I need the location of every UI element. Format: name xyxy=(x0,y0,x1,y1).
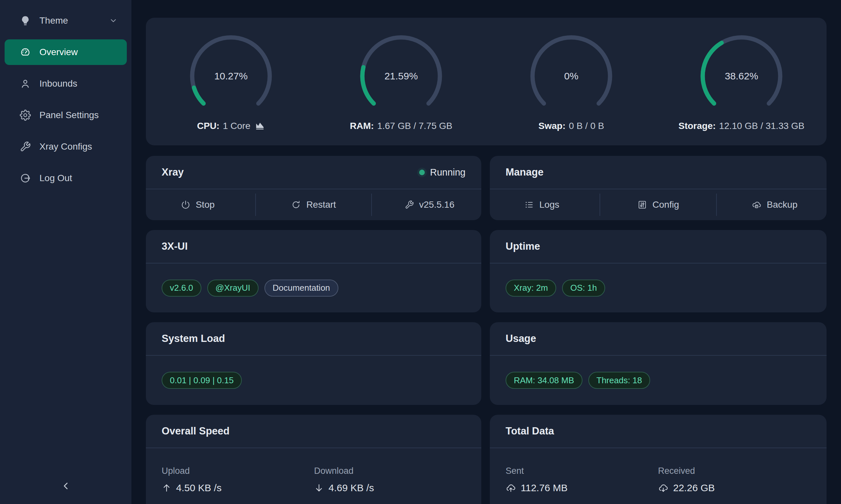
sidebar-item-panel-settings[interactable]: Panel Settings xyxy=(5,102,127,128)
action-label: Config xyxy=(652,199,679,210)
gauge-label-key: Storage: xyxy=(679,120,716,132)
uptime-card: Uptime Xray: 2m OS: 1h xyxy=(490,230,826,312)
xui-card: 3X-UI v2.6.0 @XrayUI Documentation xyxy=(146,230,481,312)
main-content: 10.27% CPU:1 Core xyxy=(132,0,841,504)
storage-gauge: 38.62% Storage:12.10 GB / 31.33 GB xyxy=(656,18,826,145)
stat-value: 22.26 GB xyxy=(673,482,715,493)
total-data-card: Total Data Sent 112.76 MB xyxy=(490,415,826,504)
received-stat: Received 22.26 GB xyxy=(658,465,811,493)
gauge-label-key: RAM: xyxy=(350,120,374,132)
action-label: Stop xyxy=(196,199,215,210)
gauge-label-value: 1.67 GB / 7.75 GB xyxy=(377,120,452,132)
card-header: System Load xyxy=(146,322,481,356)
threads-tag: Threads: 18 xyxy=(588,372,650,389)
sidebar-item-label: Log Out xyxy=(39,173,72,183)
sidebar-item-theme[interactable]: Theme xyxy=(5,8,127,34)
gauge-label: RAM:1.67 GB / 7.75 GB xyxy=(350,120,452,132)
os-uptime-tag: OS: 1h xyxy=(562,280,605,296)
documentation-link-tag[interactable]: Documentation xyxy=(264,280,338,296)
status-dot-icon xyxy=(419,169,425,175)
gauge-label-value: 0 B / 0 B xyxy=(569,120,604,132)
card-title: System Load xyxy=(161,333,225,344)
xrayui-link-tag[interactable]: @XrayUI xyxy=(207,280,259,296)
action-label: v25.5.16 xyxy=(419,199,454,210)
version-tag[interactable]: v2.6.0 xyxy=(161,280,201,296)
gauge-label-key: Swap: xyxy=(538,120,565,132)
sidebar-item-log-out[interactable]: Log Out xyxy=(5,165,127,191)
stat-label: Download xyxy=(314,465,465,476)
user-icon xyxy=(20,78,31,89)
stop-button[interactable]: Stop xyxy=(146,199,250,210)
sidebar-collapse-button[interactable] xyxy=(55,476,76,497)
logs-button[interactable]: Logs xyxy=(490,199,594,210)
ram-gauge: 21.59% RAM:1.67 GB / 7.75 GB xyxy=(316,18,486,145)
swap-gauge: 0% Swap:0 B / 0 B xyxy=(486,18,656,145)
card-header: Total Data xyxy=(490,415,826,448)
app-root: Theme Overview Inbounds xyxy=(0,0,841,504)
sidebar-item-label: Theme xyxy=(39,15,68,26)
xray-version-button[interactable]: v25.5.16 xyxy=(378,199,481,210)
sidebar-item-inbounds[interactable]: Inbounds xyxy=(5,71,127,96)
stat-label: Received xyxy=(658,465,811,476)
upload-stat: Upload 4.50 KB /s xyxy=(161,465,314,493)
arrow-up-icon xyxy=(161,483,171,493)
gauge-label: CPU:1 Core xyxy=(197,120,265,132)
card-title: Total Data xyxy=(505,425,554,437)
gauge-percent: 21.59% xyxy=(358,34,444,119)
list-icon xyxy=(524,200,534,210)
card-header: Overall Speed xyxy=(146,415,481,448)
system-load-card: System Load 0.01 | 0.09 | 0.15 xyxy=(146,322,481,405)
ram-usage-tag: RAM: 34.08 MB xyxy=(505,372,582,389)
card-header: Xray Running xyxy=(146,156,481,189)
stat-label: Sent xyxy=(505,465,658,476)
area-chart-icon[interactable] xyxy=(255,121,265,131)
divider xyxy=(600,194,600,216)
card-header: Usage xyxy=(490,322,826,356)
cloud-server-icon xyxy=(752,200,761,210)
stat-value: 4.69 KB /s xyxy=(328,482,374,493)
chevron-left-icon xyxy=(60,480,71,492)
cloud-upload-icon xyxy=(505,483,516,493)
divider xyxy=(371,194,372,216)
sidebar-item-label: Overview xyxy=(39,47,78,57)
card-header: 3X-UI xyxy=(146,230,481,264)
sidebar-item-overview[interactable]: Overview xyxy=(5,39,127,65)
backup-button[interactable]: Backup xyxy=(723,199,826,210)
gauge-label-value: 1 Core xyxy=(223,120,250,132)
gauge-label: Swap:0 B / 0 B xyxy=(538,120,604,132)
overall-speed-card: Overall Speed Upload 4.50 KB /s Downlo xyxy=(146,415,481,504)
restart-icon xyxy=(291,200,301,210)
gauge-percent: 38.62% xyxy=(699,34,784,119)
stat-value: 112.76 MB xyxy=(521,482,568,493)
system-stats-card: 10.27% CPU:1 Core xyxy=(146,18,826,145)
gauge-percent: 0% xyxy=(529,34,614,119)
gauge-label-key: CPU: xyxy=(197,120,220,132)
xray-uptime-tag: Xray: 2m xyxy=(505,280,556,296)
power-icon xyxy=(181,200,191,210)
usage-card: Usage RAM: 34.08 MB Threads: 18 xyxy=(490,322,826,405)
gear-icon xyxy=(20,110,31,121)
lightbulb-icon xyxy=(20,15,31,26)
card-title: Uptime xyxy=(505,240,540,252)
action-label: Logs xyxy=(539,199,560,210)
stat-value: 4.50 KB /s xyxy=(176,482,221,493)
wrench-icon xyxy=(405,200,414,209)
divider xyxy=(716,194,717,216)
config-button[interactable]: Config xyxy=(606,199,710,210)
restart-button[interactable]: Restart xyxy=(262,199,365,210)
arrow-down-icon xyxy=(314,483,324,493)
gauge-label-value: 12.10 GB / 31.33 GB xyxy=(719,120,805,132)
logout-icon xyxy=(20,173,31,184)
action-label: Backup xyxy=(767,199,797,210)
download-stat: Download 4.69 KB /s xyxy=(314,465,465,493)
status-label: Running xyxy=(430,167,465,178)
xray-status-badge: Running xyxy=(419,167,465,178)
xray-card: Xray Running Stop xyxy=(146,156,481,220)
sidebar-item-label: Xray Configs xyxy=(39,141,92,152)
card-title: Overall Speed xyxy=(161,425,230,437)
sidebar-item-xray-configs[interactable]: Xray Configs xyxy=(5,134,127,160)
gauge-label: Storage:12.10 GB / 31.33 GB xyxy=(679,120,805,132)
gauge-percent: 10.27% xyxy=(188,34,274,119)
sent-stat: Sent 112.76 MB xyxy=(505,465,658,493)
sidebar-item-label: Inbounds xyxy=(39,78,77,89)
